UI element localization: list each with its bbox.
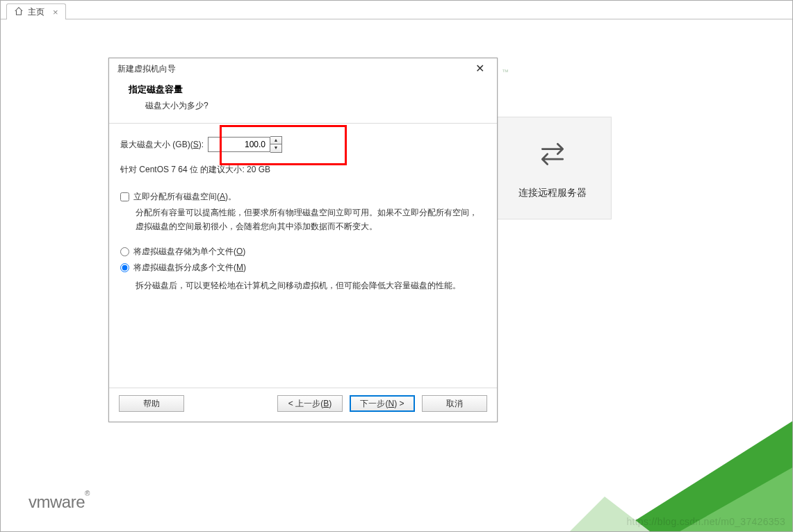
spinner-buttons: ▲ ▼ — [270, 136, 282, 153]
home-tab[interactable]: 主页 × — [6, 3, 66, 19]
tab-bar: 主页 × — [1, 1, 792, 19]
store-single-radio[interactable] — [120, 247, 129, 256]
allocate-all-checkbox[interactable] — [120, 192, 129, 201]
header-subtitle: 磁盘大小为多少? — [129, 100, 486, 112]
vmware-logo: vmware® — [28, 492, 90, 512]
spin-down-button[interactable]: ▼ — [270, 144, 281, 152]
dialog-footer: 帮助 < 上一步(B) 下一步(N) > 取消 — [109, 388, 497, 422]
recommended-size-text: 针对 CentOS 7 64 位 的建议大小: 20 GB — [120, 157, 486, 187]
connect-remote-label: 连接远程服务器 — [518, 187, 587, 199]
help-button[interactable]: 帮助 — [119, 395, 184, 412]
new-vm-wizard-dialog: 新建虚拟机向导 ✕ 指定磁盘容量 磁盘大小为多少? 最大磁盘大小 (GB)(S)… — [108, 58, 498, 422]
back-button[interactable]: < 上一步(B) — [277, 395, 343, 412]
main-area: ™ 连接远程服务器 vmware® https://blog.csdn.net/… — [1, 19, 792, 531]
disk-size-row: 最大磁盘大小 (GB)(S): ▲ ▼ — [120, 136, 486, 153]
home-icon — [14, 6, 24, 18]
disk-size-label: 最大磁盘大小 (GB)(S): — [120, 139, 204, 151]
dialog-header: 指定磁盘容量 磁盘大小为多少? — [109, 79, 497, 124]
split-multi-radio[interactable] — [120, 263, 129, 272]
next-button[interactable]: 下一步(N) > — [350, 395, 415, 412]
split-multi-desc: 拆分磁盘后，可以更轻松地在计算机之间移动虚拟机，但可能会降低大容量磁盘的性能。 — [120, 276, 486, 302]
allocate-all-desc: 分配所有容量可以提高性能，但要求所有物理磁盘空间立即可用。如果不立即分配所有空间… — [120, 203, 486, 244]
decor-triangles — [535, 385, 793, 532]
store-single-row: 将虚拟磁盘存储为单个文件(O) — [120, 244, 486, 260]
transfer-icon — [537, 138, 568, 170]
close-icon[interactable]: ✕ — [471, 62, 489, 76]
split-multi-row: 将虚拟磁盘拆分成多个文件(M) — [120, 260, 486, 276]
spin-up-button[interactable]: ▲ — [270, 137, 281, 144]
dialog-body: 最大磁盘大小 (GB)(S): ▲ ▼ 针对 CentOS 7 64 位 的建议… — [109, 124, 497, 388]
header-title: 指定磁盘容量 — [129, 83, 486, 96]
close-icon[interactable]: × — [53, 8, 58, 17]
cancel-button[interactable]: 取消 — [422, 395, 487, 412]
vmware-logo-text: vmware — [28, 492, 85, 511]
split-multi-label: 将虚拟磁盘拆分成多个文件(M) — [133, 262, 246, 274]
allocate-all-label: 立即分配所有磁盘空间(A)。 — [133, 191, 236, 203]
connect-remote-card[interactable]: 连接远程服务器 — [493, 117, 612, 219]
dialog-titlebar: 新建虚拟机向导 ✕ — [109, 58, 497, 79]
disk-size-spinner: ▲ ▼ — [208, 136, 282, 153]
tm-text: ™ — [502, 68, 509, 76]
svg-marker-0 — [563, 399, 793, 532]
store-single-label: 将虚拟磁盘存储为单个文件(O) — [133, 246, 245, 258]
dialog-title: 新建虚拟机向导 — [117, 63, 176, 75]
watermark-text: https://blog.csdn.net/m0_37426353 — [626, 516, 785, 527]
disk-size-input[interactable] — [208, 137, 270, 152]
allocate-all-row: 立即分配所有磁盘空间(A)。 — [120, 187, 486, 203]
tab-label: 主页 — [28, 6, 44, 18]
